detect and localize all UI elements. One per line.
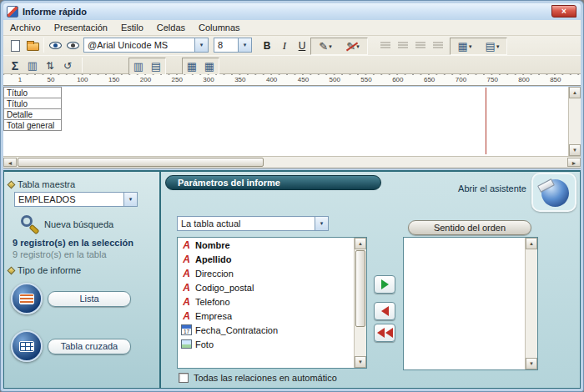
align-right-button[interactable]: [412, 38, 429, 53]
field-list-scrollbar[interactable]: ▲ ▼: [354, 238, 366, 368]
title-bar[interactable]: Informe rápido ×: [3, 3, 581, 20]
menu-item-archivo[interactable]: Archivo: [3, 20, 48, 35]
scroll-up-button[interactable]: ▲: [526, 238, 537, 249]
scroll-thumb[interactable]: [355, 250, 365, 327]
current-table-dropdown-button[interactable]: ▾: [315, 217, 328, 230]
add-field-button[interactable]: [374, 275, 395, 294]
list-type-button[interactable]: [11, 283, 43, 314]
remove-field-button[interactable]: [374, 302, 395, 320]
field-picture-icon: [181, 339, 192, 349]
report-row-label-titulo[interactable]: Título: [3, 98, 62, 109]
border-pen-off-button[interactable]: ✎▾: [340, 38, 366, 54]
sidebar: Tabla maestra EMPLEADOS ▾ Nueva búsqueda…: [4, 172, 161, 388]
sort-rows-button[interactable]: ⇅: [42, 58, 58, 73]
scroll-up-button[interactable]: ▲: [355, 238, 366, 249]
new-document-button[interactable]: [7, 38, 23, 53]
new-document-icon: [11, 40, 20, 52]
app-icon[interactable]: [7, 6, 18, 18]
column-guide-line[interactable]: [486, 88, 486, 154]
menu-item-columnas[interactable]: Columnas: [192, 20, 247, 35]
scroll-right-button[interactable]: ►: [567, 158, 581, 167]
cross-table-type-button[interactable]: [11, 330, 43, 362]
picture-grid-button[interactable]: ▦▾: [451, 38, 478, 54]
font-size-dropdown-button[interactable]: ▾: [238, 38, 251, 52]
chevron-down-icon: ▾: [496, 43, 500, 50]
table-rows-button[interactable]: ▤: [148, 58, 164, 74]
scroll-down-button[interactable]: ▼: [526, 358, 537, 369]
scroll-down-button[interactable]: ▼: [569, 144, 581, 156]
align-left-button[interactable]: [377, 38, 394, 53]
remove-all-fields-button[interactable]: [374, 324, 395, 342]
scroll-down-button[interactable]: ▼: [355, 356, 366, 368]
open-assistant-link[interactable]: Abrir el asistente: [458, 183, 526, 193]
horizontal-scrollbar[interactable]: ◄ ►: [3, 156, 581, 168]
report-design-area[interactable]: TítuloTítuloDetalleTotal general ▲ ▼: [3, 87, 581, 156]
duplicate-icon: ▥: [28, 59, 38, 72]
current-table-select[interactable]: La tabla actual ▾: [177, 216, 329, 231]
ruler: 1501001502002503003504004505005506006507…: [3, 74, 581, 86]
file-icon-group: [7, 38, 41, 53]
field-item-apellido[interactable]: AApellido: [178, 252, 354, 266]
italic-button[interactable]: I: [276, 38, 293, 53]
menu-item-estilo[interactable]: Estilo: [114, 20, 150, 35]
cross-grid-button[interactable]: ▦: [201, 58, 218, 74]
field-item-codigo-postal[interactable]: ACodigo_postal: [178, 280, 354, 294]
align-center-button[interactable]: [395, 38, 411, 53]
scroll-up-button[interactable]: ▲: [569, 87, 581, 98]
field-item-foto[interactable]: Foto: [178, 337, 354, 351]
toolbar: @Arial Unicode MS ▾ 8 ▾ B I U ✎▾✎▾ ▦▾▤▾ …: [3, 36, 581, 74]
preview-eye-button[interactable]: [47, 38, 63, 53]
field-item-fecha-contratacion[interactable]: 17Fecha_Contratacion: [178, 323, 354, 337]
field-item-telefono[interactable]: ATelefono: [178, 294, 354, 309]
report-row-label-titulo[interactable]: Título: [3, 87, 62, 98]
field-item-nombre[interactable]: ANombre: [178, 238, 354, 252]
report-row-labels: TítuloTítuloDetalleTotal general: [3, 87, 62, 131]
sort-list-scrollbar[interactable]: ▲ ▼: [525, 238, 537, 369]
search-icon[interactable]: [21, 215, 33, 227]
font-size-select[interactable]: 8 ▾: [214, 38, 252, 53]
data-eye-button[interactable]: [64, 38, 81, 53]
table-columns-button[interactable]: ▥: [130, 58, 147, 74]
refresh-button[interactable]: ↺: [59, 58, 76, 73]
font-family-select[interactable]: @Arial Unicode MS ▾: [83, 38, 209, 53]
master-table-dropdown-button[interactable]: ▾: [123, 193, 137, 206]
open-folder-button[interactable]: [24, 38, 41, 53]
field-item-empresa[interactable]: AEmpresa: [178, 309, 354, 323]
auto-relations-label: Todas las relaciones en automático: [194, 373, 337, 383]
sort-rows-icon: ⇅: [46, 60, 54, 72]
duplicate-button[interactable]: ▥: [24, 58, 41, 73]
align-justify-icon: [433, 42, 443, 50]
master-grid-button[interactable]: ▦: [184, 58, 200, 74]
border-pen-button[interactable]: ✎▾: [312, 38, 339, 54]
menu-item-presentacion[interactable]: Presentación: [48, 20, 114, 35]
vertical-scrollbar[interactable]: ▲ ▼: [568, 87, 581, 156]
sum-button[interactable]: Σ: [7, 58, 23, 73]
master-table-select[interactable]: EMPLEADOS ▾: [14, 192, 138, 207]
picture-table-button[interactable]: ▤▾: [479, 38, 506, 54]
picture-grid-group: ▦▾▤▾: [450, 38, 507, 55]
field-item-direccion[interactable]: ADireccion: [178, 266, 354, 280]
report-row-label-detalle[interactable]: Detalle: [3, 108, 62, 120]
date-number: 17: [182, 329, 191, 335]
horizontal-scroll-thumb[interactable]: [18, 158, 264, 167]
bold-button[interactable]: B: [259, 38, 275, 53]
new-search-link[interactable]: Nueva búsqueda: [44, 219, 113, 229]
report-row-label-total-general[interactable]: Total general: [3, 119, 62, 131]
sort-order-header-button[interactable]: Sentido del orden: [408, 220, 531, 235]
field-alpha-icon: A: [181, 296, 192, 308]
ruler-tick: 600: [391, 76, 404, 83]
scroll-left-button[interactable]: ◄: [3, 158, 17, 167]
list-label-button[interactable]: Lista: [48, 291, 131, 307]
align-justify-button[interactable]: [430, 38, 446, 53]
ruler-tick: 450: [297, 76, 310, 83]
ruler-tick: 650: [423, 76, 435, 83]
underline-button[interactable]: U: [294, 38, 310, 53]
align-right-icon: [415, 42, 425, 50]
auto-relations-checkbox[interactable]: [179, 373, 189, 383]
cross-table-label-button[interactable]: Tabla cruzada: [48, 339, 131, 354]
menu-item-celdas[interactable]: Celdas: [150, 20, 192, 35]
open-assistant-button[interactable]: [531, 173, 576, 212]
font-family-dropdown-button[interactable]: ▾: [194, 38, 208, 52]
diamond-bullet-icon: [8, 181, 16, 189]
close-button[interactable]: ×: [551, 5, 576, 18]
